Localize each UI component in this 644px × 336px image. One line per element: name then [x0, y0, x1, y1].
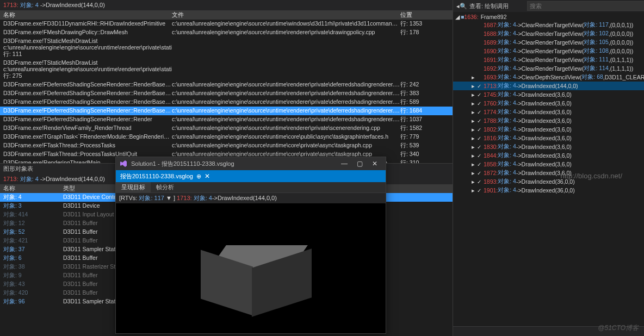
callstack-row[interactable]: D3DFrame.exe!FD3D11DynamicRHI::RHIDrawIn…	[0, 20, 453, 28]
cube-preview	[202, 237, 300, 313]
bottom-strip: ▾ ✕	[453, 326, 644, 336]
maximize-button[interactable]: ▢	[352, 159, 367, 169]
subtab-frameanalysis[interactable]: 帧分析	[151, 182, 179, 192]
render-info: [RTVs: 对象: 117 ▼ ] 1713: 对象: 4->DrawInde…	[116, 193, 386, 203]
callstack-row[interactable]: D3DFrame.exe!TStaticMeshDrawListc:\unrea…	[0, 59, 453, 80]
vs-icon	[119, 159, 128, 168]
call-num: 1713:	[3, 2, 18, 8]
event-row[interactable]: ▸✓ 1802: 对象: 4->DrawIndexed(3,6,0)	[453, 125, 644, 134]
event-row[interactable]: ▸✓ 1816: 对象: 4->DrawIndexed(3,6,0)	[453, 134, 644, 142]
callstack-table: 名称 文件 位置 D3DFrame.exe!FD3D11DynamicRHI::…	[0, 11, 453, 163]
event-row[interactable]: ▸✓ 1872: 对象: 4->DrawIndexed(3,6,0)	[453, 169, 644, 177]
col-name[interactable]: 名称	[3, 11, 172, 19]
callstack-row[interactable]: D3DFrame.exe!FDeferredShadingSceneRender…	[0, 89, 453, 98]
minimize-button[interactable]: —	[337, 159, 352, 169]
search-input[interactable]	[527, 1, 644, 11]
window-title: Solution1 - 报告20151110-2338.vsglog	[131, 160, 234, 168]
frame-label: Frame892	[481, 14, 507, 20]
callstack-row[interactable]: D3DFrame.exe!FDeferredShadingSceneRender…	[0, 115, 453, 124]
callstack-row[interactable]: D3DFrame.exe!RenderViewFamily_RenderThre…	[0, 124, 453, 133]
callstack-row[interactable]: D3DFrame.exe!TStaticMeshDrawListc:\unrea…	[0, 37, 453, 59]
view-label: 查看: 绘制调用	[469, 2, 509, 10]
expand-icon[interactable]: ◢	[455, 14, 461, 20]
gfx-rest: ->DrawIndexed(144,0,0)	[40, 176, 105, 182]
event-row[interactable]: ▸✓ 1774: 对象: 4->DrawIndexed(3,6,0)	[453, 108, 644, 116]
event-row[interactable]: 1688: 对象: 4->ClearRenderTargetView(对象: 1…	[453, 29, 644, 38]
close-button[interactable]: ✕	[367, 159, 382, 169]
right-toolbar: ◂ 🔍 查看: 绘制调用	[453, 0, 644, 12]
vsglog-window[interactable]: Solution1 - 报告20151110-2338.vsglog — ▢ ✕…	[115, 157, 386, 334]
callstack-header: 1713: 对象: 4 ->DrawIndexed(144,0,0)	[0, 0, 453, 11]
event-row[interactable]: 1691: 对象: 4->ClearRenderTargetView(对象: 1…	[453, 55, 644, 64]
event-row[interactable]: ▸✓ 1745: 对象: 4->DrawIndexed(3,6,0)	[453, 90, 644, 99]
event-row[interactable]: 1692: 对象: 4->ClearRenderTargetView(对象: 1…	[453, 64, 644, 73]
subtabs: 呈现目标 帧分析	[116, 182, 386, 193]
tab-close-icon[interactable]: ✕	[205, 172, 210, 180]
info-num: 1713:	[177, 195, 192, 201]
callstack-row[interactable]: D3DFrame.exe!FTaskThread::ProcessTasksc:…	[0, 141, 453, 150]
call-obj: 对象: 4	[20, 2, 39, 8]
render-view[interactable]	[116, 203, 386, 333]
col-pos[interactable]: 位置	[400, 11, 449, 19]
event-row[interactable]: ▸✓ 1830: 对象: 4->DrawIndexed(3,6,0)	[453, 142, 644, 151]
gfx-obj: 对象: 4	[20, 176, 39, 182]
info-rest: ->DrawIndexed(144,0,0)	[212, 195, 277, 201]
event-tree[interactable]: ◢ ■ 1636: Frame892 1687: 对象: 4->ClearRen…	[453, 12, 644, 326]
caret-icon[interactable]: ▼ ]	[164, 195, 177, 201]
event-row[interactable]: ▸✓ 1893: 对象: 4->DrawIndexed(36,0,0)	[453, 177, 644, 186]
search-icon: 🔍	[460, 3, 467, 10]
window-titlebar[interactable]: Solution1 - 报告20151110-2338.vsglog — ▢ ✕	[116, 157, 386, 170]
event-row[interactable]: 1687: 对象: 4->ClearRenderTargetView(对象: 1…	[453, 21, 644, 29]
event-row[interactable]: ▸✓ 1713: 对象: 4->DrawIndexed(144,0,0)	[453, 82, 644, 90]
doc-tabs: 报告20151110-2338.vsglog ⊕ ✕	[116, 170, 386, 182]
callstack-row[interactable]: D3DFrame.exe!TGraphTask<`FRendererModule…	[0, 133, 453, 141]
gfx-num: 1713:	[3, 176, 18, 182]
tab-label: 报告20151110-2338.vsglog	[120, 172, 193, 181]
callstack-row[interactable]: D3DFrame.exe!FDeferredShadingSceneRender…	[0, 107, 453, 115]
event-row[interactable]: 1690: 对象: 4->ClearRenderTargetView(对象: 1…	[453, 47, 644, 55]
event-row[interactable]: ▸ 1693: 对象: 4->ClearDepthStencilView(对象:…	[453, 73, 644, 82]
callstack-row[interactable]: D3DFrame.exe!FDeferredShadingSceneRender…	[0, 98, 453, 107]
event-row[interactable]: ▸✓ 1788: 对象: 4->DrawIndexed(3,6,0)	[453, 116, 644, 125]
callstack-header-row: 名称 文件 位置	[0, 11, 453, 20]
gfx-col-name[interactable]: 名称	[3, 185, 63, 192]
callstack-row[interactable]: D3DFrame.exe!FMeshDrawingPolicy::DrawMes…	[0, 28, 453, 37]
subtab-render[interactable]: 呈现目标	[116, 182, 151, 192]
event-row[interactable]: ▸✓ 1760: 对象: 4->DrawIndexed(3,6,0)	[453, 99, 644, 108]
event-row[interactable]: ▸✓ 1844: 对象: 4->DrawIndexed(3,6,0)	[453, 151, 644, 160]
doc-tab[interactable]: 报告20151110-2338.vsglog ⊕ ✕	[116, 171, 214, 182]
event-row[interactable]: ▸✓ 1901: 对象: 4->DrawIndexed(36,0,0)	[453, 186, 644, 195]
col-file[interactable]: 文件	[172, 11, 400, 19]
callstack-row[interactable]: D3DFrame.exe!FDeferredShadingSceneRender…	[0, 80, 453, 89]
frame-row[interactable]: ◢ ■ 1636: Frame892	[453, 13, 644, 21]
pin-icon[interactable]: ⊕	[196, 173, 201, 180]
event-row[interactable]: 1689: 对象: 4->ClearRenderTargetView(对象: 1…	[453, 38, 644, 47]
call-rest: ->DrawIndexed(144,0,0)	[40, 2, 105, 8]
info-obj: 对象: 4	[194, 195, 212, 201]
rtv-obj[interactable]: 对象: 117	[139, 195, 164, 201]
event-row[interactable]: ▸✓ 1858: 对象: 4->DrawIndexed(3,6,0)	[453, 160, 644, 169]
frame-num: 1636:	[464, 14, 478, 20]
